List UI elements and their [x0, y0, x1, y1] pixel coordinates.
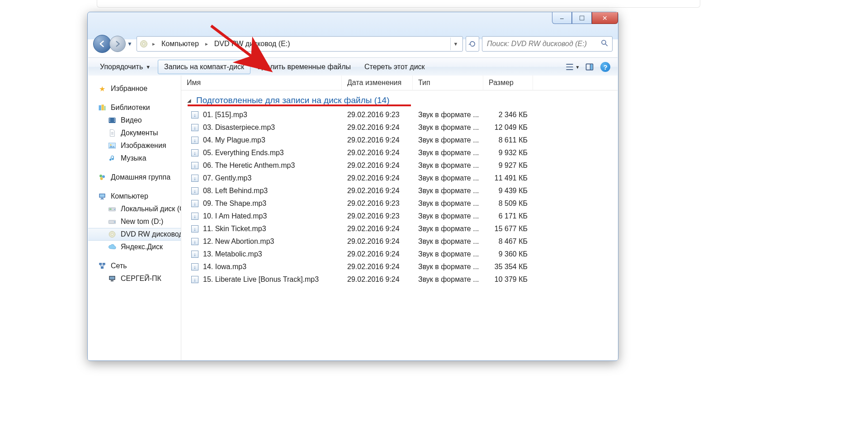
sidebar-favorites[interactable]: ★ Избранное: [88, 82, 181, 95]
search-input[interactable]: [486, 39, 600, 48]
file-row[interactable]: ↓11. Skin Ticket.mp329.02.2016 9:24Звук …: [181, 223, 618, 235]
chevron-down-icon: ▼: [146, 64, 151, 70]
svg-rect-38: [111, 280, 113, 281]
computer-icon: [98, 192, 106, 200]
explorer-body: ★ Избранное Библиотеки Видео: [88, 76, 618, 360]
breadcrumb-item[interactable]: Компьютер: [159, 38, 202, 50]
close-button[interactable]: ✕: [592, 12, 618, 24]
file-date: 29.02.2016 9:24: [342, 161, 413, 170]
sidebar-images[interactable]: Изображения: [88, 139, 181, 152]
search-box[interactable]: [482, 36, 613, 52]
sidebar-computer[interactable]: Компьютер: [88, 190, 181, 203]
sidebar-sergey-pc[interactable]: СЕРГЕЙ-ПК: [88, 272, 181, 285]
nav-forward-button[interactable]: [109, 36, 126, 52]
sidebar-label: Локальный диск (C: [121, 205, 181, 213]
organize-button[interactable]: Упорядочить ▼: [94, 60, 157, 74]
file-type: Звук в формате ...: [413, 275, 483, 284]
file-date: 29.02.2016 9:24: [342, 123, 413, 132]
svg-rect-12: [109, 120, 110, 121]
file-type: Звук в формате ...: [413, 225, 483, 233]
libraries-icon: [98, 104, 106, 112]
burn-disc-button[interactable]: Запись на компакт-диск: [158, 60, 250, 74]
file-row[interactable]: ↓01. [515].mp329.02.2016 9:23Звук в форм…: [181, 109, 618, 121]
file-row[interactable]: ↓03. Disasterpiece.mp329.02.2016 9:24Зву…: [181, 121, 618, 134]
file-date: 29.02.2016 9:24: [342, 250, 413, 258]
svg-point-19: [99, 175, 102, 177]
col-name[interactable]: Имя: [181, 76, 342, 90]
col-date[interactable]: Дата изменения: [342, 76, 413, 90]
file-type: Звук в формате ...: [413, 111, 483, 119]
browser-url-strip: [97, 0, 700, 8]
svg-rect-37: [110, 277, 115, 280]
svg-rect-24: [101, 198, 104, 199]
sidebar-homegroup[interactable]: Домашняя группа: [88, 171, 181, 184]
navbar: ▼ ▸ Компьютер ▸ DVD RW дисковод (E:) ▼: [93, 35, 613, 53]
file-row[interactable]: ↓07. Gently.mp329.02.2016 9:24Звук в фор…: [181, 172, 618, 185]
view-options-button[interactable]: ▼: [564, 60, 580, 74]
sidebar-documents[interactable]: Документы: [88, 127, 181, 139]
chevron-down-icon: ▼: [576, 65, 580, 70]
breadcrumb-sep-icon[interactable]: ▸: [150, 41, 158, 47]
sidebar: ★ Избранное Библиотеки Видео: [88, 76, 181, 360]
sidebar-video[interactable]: Видео: [88, 114, 181, 127]
pc-icon: [108, 275, 116, 283]
music-icon: [108, 154, 116, 162]
file-name: 11. Skin Ticket.mp3: [203, 225, 266, 233]
sidebar-dvd-rw[interactable]: DVD RW дисковод (: [88, 228, 181, 241]
triangle-down-icon: ◢: [187, 98, 191, 104]
drive-icon: [108, 205, 116, 213]
file-row[interactable]: ↓05. Everything Ends.mp329.02.2016 9:24З…: [181, 147, 618, 159]
file-row[interactable]: ↓15. Liberate Live [Bonus Track].mp329.0…: [181, 273, 618, 286]
svg-point-28: [114, 209, 115, 210]
col-size[interactable]: Размер: [483, 76, 533, 90]
breadcrumb-bar[interactable]: ▸ Компьютер ▸ DVD RW дисковод (E:) ▼: [137, 36, 463, 52]
file-row[interactable]: ↓10. I Am Hated.mp329.02.2016 9:23Звук в…: [181, 210, 618, 223]
preview-pane-button[interactable]: [581, 60, 598, 74]
sidebar-local-c[interactable]: Локальный диск (C: [88, 203, 181, 215]
file-row[interactable]: ↓12. New Abortion.mp329.02.2016 9:24Звук…: [181, 235, 618, 248]
file-name: 15. Liberate Live [Bonus Track].mp3: [203, 275, 319, 284]
drive-icon: [108, 218, 116, 226]
svg-point-1: [143, 43, 145, 45]
file-size: 8 509 КБ: [483, 199, 533, 208]
breadcrumb-item[interactable]: DVD RW дисковод (E:): [212, 38, 293, 50]
file-row[interactable]: ↓08. Left Behind.mp329.02.2016 9:24Звук …: [181, 185, 618, 197]
breadcrumb-dropdown-icon[interactable]: ▼: [450, 38, 461, 50]
col-type[interactable]: Тип: [413, 76, 483, 90]
file-date: 29.02.2016 9:23: [342, 212, 413, 220]
sidebar-label: Яндекс.Диск: [121, 243, 163, 251]
file-row[interactable]: ↓04. My Plague.mp329.02.2016 9:24Звук в …: [181, 134, 618, 147]
add-overlay-icon: ↓: [191, 111, 198, 119]
erase-disc-button[interactable]: Стереть этот диск: [358, 60, 431, 74]
maximize-button[interactable]: ☐: [572, 12, 592, 24]
file-row[interactable]: ↓14. Iowa.mp329.02.2016 9:24Звук в форма…: [181, 261, 618, 273]
file-size: 6 171 КБ: [483, 212, 533, 220]
file-size: 15 677 КБ: [483, 225, 533, 233]
organize-label: Упорядочить: [100, 63, 143, 71]
file-size: 2 346 КБ: [483, 111, 533, 119]
file-row[interactable]: ↓06. The Heretic Anthem.mp329.02.2016 9:…: [181, 159, 618, 172]
file-size: 8 467 КБ: [483, 237, 533, 246]
add-overlay-icon: ↓: [191, 149, 198, 156]
dvd-icon: [108, 230, 116, 238]
refresh-button[interactable]: [466, 36, 479, 52]
minimize-button[interactable]: –: [552, 12, 572, 24]
sidebar-newtom-d[interactable]: New tom (D:): [88, 215, 181, 228]
sidebar-music[interactable]: Музыка: [88, 152, 181, 165]
file-row[interactable]: ↓13. Metabolic.mp329.02.2016 9:24Звук в …: [181, 248, 618, 261]
file-date: 29.02.2016 9:23: [342, 111, 413, 119]
file-row[interactable]: ↓09. The Shape.mp329.02.2016 9:23Звук в …: [181, 197, 618, 210]
breadcrumb-sep-icon[interactable]: ▸: [203, 41, 211, 47]
file-date: 29.02.2016 9:24: [342, 263, 413, 271]
file-name: 03. Disasterpiece.mp3: [203, 123, 275, 132]
sidebar-network[interactable]: Сеть: [88, 260, 181, 272]
search-icon[interactable]: [600, 39, 609, 49]
files-list: ↓01. [515].mp329.02.2016 9:23Звук в форм…: [181, 109, 618, 286]
file-size: 9 360 КБ: [483, 250, 533, 258]
delete-temp-button[interactable]: Удалить временные файлы: [251, 60, 357, 74]
nav-back-button[interactable]: [93, 35, 111, 53]
sidebar-yandex-disk[interactable]: Яндекс.Диск: [88, 241, 181, 253]
nav-history-dropdown[interactable]: ▼: [126, 36, 134, 52]
sidebar-libraries[interactable]: Библиотеки: [88, 101, 181, 114]
help-button[interactable]: ?: [599, 60, 612, 74]
